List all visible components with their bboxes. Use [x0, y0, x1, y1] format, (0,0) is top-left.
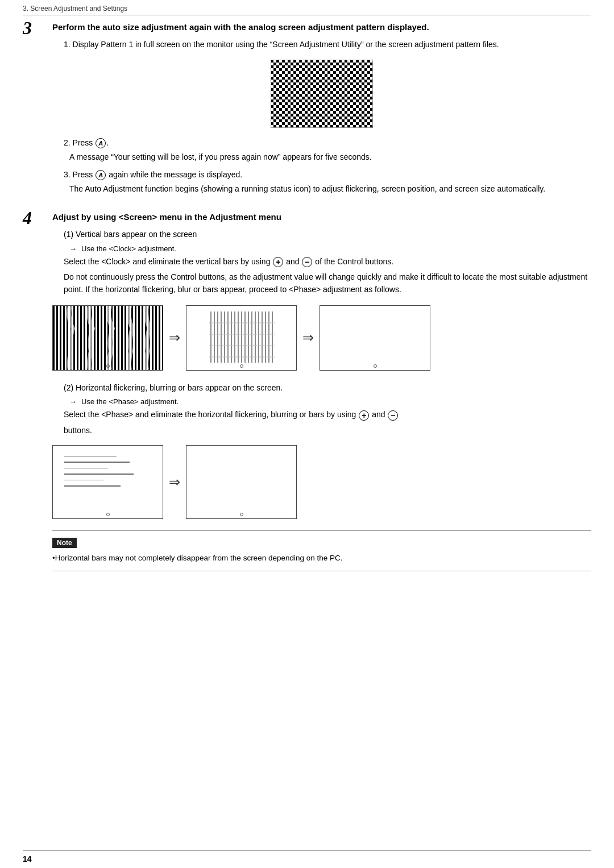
- hline-5: [64, 480, 103, 481]
- checkerboard-image: [271, 60, 373, 128]
- step4-part2-body1: Select the <Phase> and eliminate the hor…: [64, 409, 591, 421]
- step4-part1-body1: Select the <Clock> and eliminate the ver…: [64, 256, 591, 268]
- step3-sub2: 2. Press A.: [64, 137, 591, 149]
- monitor-dot-4: [106, 513, 110, 516]
- step3-sub3-label: 3. Press A again while the message is di…: [64, 169, 591, 181]
- page: 3. Screen Adjustment and Settings 3 Perf…: [0, 0, 614, 868]
- hline-1: [64, 456, 117, 457]
- step4-part1-arrow-row: →Use the <Clock> adjustment.: [69, 244, 591, 253]
- press-button-icon-b: A: [96, 170, 106, 180]
- arrow-indent-icon: →: [69, 244, 77, 253]
- svg-rect-18: [320, 306, 430, 370]
- step4-part2-label: (2) Horizontal flickering, blurring or b…: [64, 382, 591, 394]
- hline-3: [64, 468, 108, 469]
- step3-sub2-message: A message “Your setting will be lost, if…: [69, 151, 591, 163]
- vbars-svg2: [186, 306, 296, 370]
- breadcrumb: 3. Screen Adjustment and Settings: [0, 0, 614, 15]
- arrow-indent-icon-2: →: [69, 397, 77, 406]
- checkerboard-container: [52, 60, 591, 128]
- vbars-diagram-box1: [52, 305, 163, 371]
- step4-part1-body2: Do not continuously press the Control bu…: [64, 271, 591, 296]
- step3-sub2-label: 2. Press A.: [64, 138, 109, 147]
- step4-content: Adjust by using <Screen> menu in the Adj…: [52, 211, 591, 571]
- phase-diagram-row: ⇒: [52, 445, 591, 519]
- step4-heading: Adjust by using <Screen> menu in the Adj…: [52, 211, 591, 223]
- hline-2: [64, 462, 130, 463]
- step3-heading: Perform the auto size adjustment again w…: [52, 21, 591, 33]
- step4-part2-body2: buttons.: [64, 425, 591, 437]
- note-section: Note •Horizontal bars may not completely…: [52, 530, 591, 571]
- phase-diagram-box1: [52, 445, 163, 519]
- monitor-dot-2: [240, 364, 243, 368]
- plus-circle-icon: +: [273, 257, 283, 267]
- diagram-arrow-2: ⇒: [302, 330, 314, 346]
- step4-part1-label: (1) Vertical bars appear on the screen: [64, 229, 591, 241]
- step3-sub3-body: The Auto Adjustment function begins (sho…: [69, 183, 591, 195]
- step4-block: 4 Adjust by using <Screen> menu in the A…: [23, 211, 591, 571]
- vbars-diagram-box3: [320, 305, 430, 371]
- step4-number: 4: [23, 209, 52, 227]
- svg-rect-13: [209, 312, 275, 363]
- phase-diagram-box2: [186, 445, 297, 519]
- step3-block: 3 Perform the auto size adjustment again…: [23, 21, 591, 200]
- step4-part2-arrow-text: Use the <Phase> adjustment.: [81, 397, 179, 406]
- vbars-svg1: [53, 306, 163, 370]
- content-area: 3 Perform the auto size adjustment again…: [0, 15, 614, 728]
- vbars-diagram-row: ⇒: [52, 305, 591, 371]
- svg-rect-5: [271, 60, 372, 127]
- hline-4: [64, 474, 134, 475]
- vbars-diagram-box2: [186, 305, 297, 371]
- monitor-dot-5: [240, 513, 243, 516]
- note-label: Note: [52, 538, 77, 548]
- minus-circle-icon: −: [302, 257, 312, 267]
- page-number: 14: [23, 854, 32, 863]
- diagram-arrow-3: ⇒: [169, 474, 180, 490]
- minus-circle-icon-2: −: [388, 410, 398, 421]
- vbars-svg3: [320, 306, 430, 370]
- hline-6: [64, 485, 121, 487]
- plus-circle-icon-2: +: [359, 410, 369, 421]
- monitor-dot-1: [106, 364, 110, 368]
- page-footer: 14: [0, 851, 614, 868]
- note-text: •Horizontal bars may not completely disa…: [52, 553, 591, 564]
- step3-content: Perform the auto size adjustment again w…: [52, 21, 591, 200]
- press-button-icon-a: A: [96, 138, 106, 148]
- step3-sub1-label: 1. Display Pattern 1 in full screen on t…: [64, 40, 499, 49]
- step3-number: 3: [23, 19, 52, 37]
- step4-part1-arrow-text: Use the <Clock> adjustment.: [81, 244, 176, 253]
- step3-sub1: 1. Display Pattern 1 in full screen on t…: [64, 39, 591, 51]
- monitor-dot-3: [374, 364, 377, 368]
- diagram-arrow-1: ⇒: [169, 330, 180, 346]
- step4-part2-arrow-row: →Use the <Phase> adjustment.: [69, 397, 591, 406]
- hlines-box1: [53, 446, 163, 492]
